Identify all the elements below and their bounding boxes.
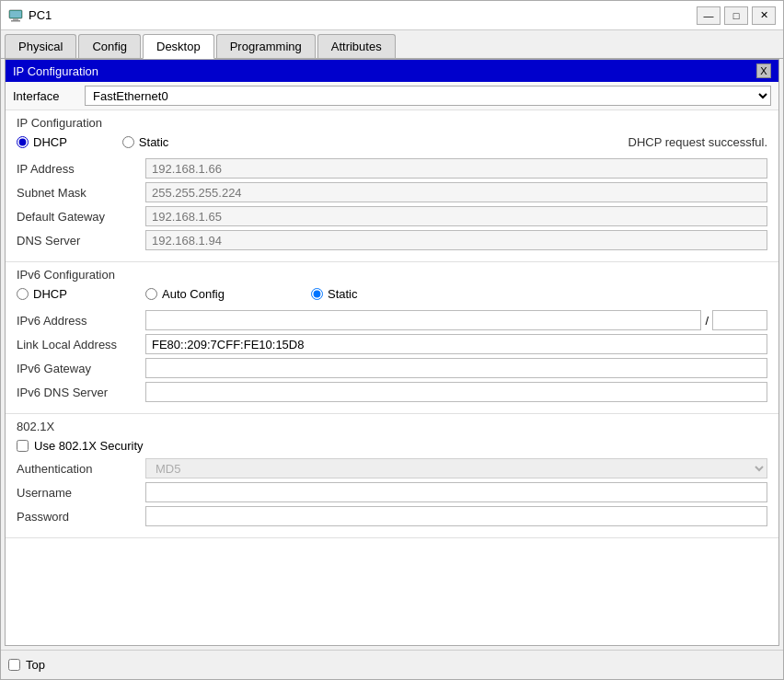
authentication-row: Authentication MD5 [17,458,767,478]
tab-bar: Physical Config Desktop Programming Attr… [1,30,783,59]
ip-mode-radio-row: DHCP Static DHCP request successful. [17,135,767,149]
dot1x-title: 802.1X [17,420,767,433]
ipv6-dns-row: IPv6 DNS Server [17,382,767,402]
ipv6-dns-input[interactable] [145,382,767,402]
title-bar-left: PC1 [8,8,52,23]
ipv6-gateway-input[interactable] [145,358,767,378]
ipv6-gateway-row: IPv6 Gateway [17,358,767,378]
dot1x-subsection: 802.1X Use 802.1X Security Authenticatio… [6,414,778,538]
dhcp-radio-label[interactable]: DHCP [17,135,67,149]
ipv6-auto-radio-label[interactable]: Auto Config [145,287,311,301]
tab-attributes[interactable]: Attributes [317,34,396,58]
dns-server-input[interactable] [145,230,767,250]
top-checkbox[interactable] [8,659,20,671]
authentication-select[interactable]: MD5 [145,458,767,478]
ipv6-config-subsection: IPv6 Configuration DHCP Auto Config Stat… [6,262,778,414]
computer-icon [8,8,23,23]
top-label: Top [26,658,45,672]
interface-select[interactable]: FastEthernet0 [85,86,771,106]
bottom-bar: Top [1,650,783,679]
tab-physical[interactable]: Physical [5,34,76,58]
ipv6-static-label: Static [328,287,358,301]
ipv6-static-radio[interactable] [311,288,323,300]
static-label: Static [139,135,169,149]
ipv6-auto-label: Auto Config [162,287,225,301]
username-label: Username [17,486,145,500]
ipv6-dhcp-label: DHCP [33,287,67,301]
main-content: IP Configuration X Interface FastEtherne… [5,59,779,646]
authentication-label: Authentication [17,462,145,476]
title-bar: PC1 — □ ✕ [1,1,783,30]
default-gateway-input[interactable] [145,206,767,226]
use-security-label: Use 802.1X Security [34,439,144,453]
use-security-checkbox[interactable] [17,440,29,452]
password-input[interactable] [145,506,767,526]
ipv6-config-title: IPv6 Configuration [17,268,767,282]
ipv6-dhcp-radio-label[interactable]: DHCP [17,287,145,301]
username-input[interactable] [145,482,767,502]
svg-rect-1 [13,18,18,20]
default-gateway-label: Default Gateway [17,210,145,224]
tab-desktop[interactable]: Desktop [143,34,214,59]
interface-row: Interface FastEthernet0 [6,82,778,110]
ip-config-header: IP Configuration X [6,60,778,82]
static-radio[interactable] [122,136,134,148]
link-local-input[interactable] [145,334,767,354]
close-button[interactable]: ✕ [752,6,776,25]
ipv6-address-row: IPv6 Address / [17,310,767,330]
ipv6-prefix-input[interactable] [712,310,767,330]
interface-label: Interface [13,89,77,103]
ipv6-address-input[interactable] [145,310,701,330]
password-row: Password [17,506,767,526]
ipv6-dns-label: IPv6 DNS Server [17,386,145,399]
ip-address-input[interactable] [145,158,767,179]
dhcp-radio[interactable] [17,136,29,148]
ipv6-slash: / [701,314,712,328]
svg-rect-3 [10,11,21,17]
ipv6-mode-radio-row: DHCP Auto Config Static [17,287,767,301]
top-checkbox-row: Top [8,658,45,672]
ipv6-gateway-label: IPv6 Gateway [17,362,145,375]
tab-programming[interactable]: Programming [216,34,316,58]
ipv6-address-label: IPv6 Address [17,314,145,328]
ip-address-label: IP Address [17,162,145,176]
ipv6-static-radio-label[interactable]: Static [311,287,440,301]
main-window: PC1 — □ ✕ Physical Config Desktop Progra… [0,0,784,680]
subnet-mask-label: Subnet Mask [17,186,145,200]
tab-config[interactable]: Config [78,34,141,58]
ip-config-subtitle: IP Configuration [17,116,767,130]
dhcp-status: DHCP request successful. [628,135,768,149]
subnet-mask-row: Subnet Mask [17,182,767,202]
title-bar-controls: — □ ✕ [697,6,776,25]
ip-config-subsection: IP Configuration DHCP Static DHCP reques… [6,110,778,262]
use-security-row: Use 802.1X Security [17,439,767,453]
ipv6-auto-radio[interactable] [145,288,157,300]
minimize-button[interactable]: — [697,6,721,25]
ip-config-close[interactable]: X [756,63,771,78]
ip-address-row: IP Address [17,158,767,179]
default-gateway-row: Default Gateway [17,206,767,226]
svg-rect-2 [11,20,20,22]
dhcp-label: DHCP [33,135,67,149]
dns-server-label: DNS Server [17,234,145,248]
window-title: PC1 [29,8,52,22]
static-radio-label[interactable]: Static [122,135,169,149]
dns-server-row: DNS Server [17,230,767,250]
username-row: Username [17,482,767,502]
maximize-button[interactable]: □ [724,6,748,25]
ip-config-title: IP Configuration [13,64,98,78]
ipv6-dhcp-radio[interactable] [17,288,29,300]
subnet-mask-input[interactable] [145,182,767,202]
link-local-label: Link Local Address [17,338,145,352]
link-local-row: Link Local Address [17,334,767,354]
password-label: Password [17,510,145,524]
